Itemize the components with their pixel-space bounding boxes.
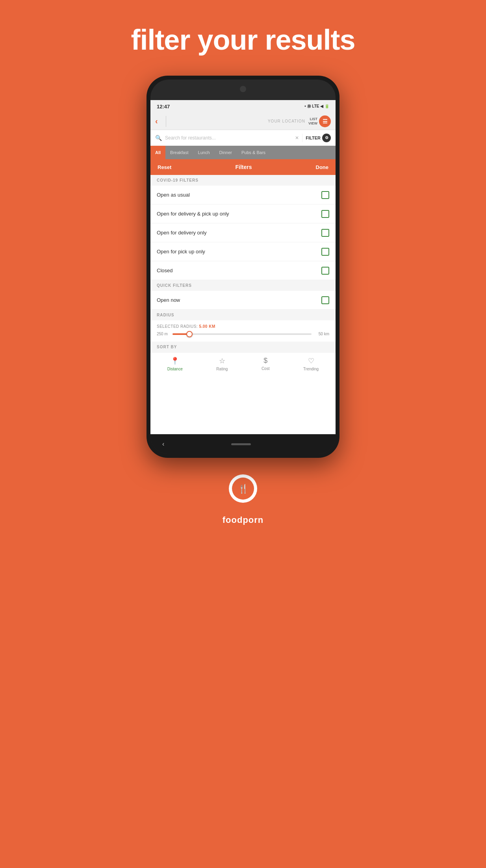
tab-pubs-bars[interactable]: Pubs & Bars xyxy=(237,146,270,159)
done-button[interactable]: Done xyxy=(316,164,329,170)
page-title: filter your results xyxy=(131,24,355,56)
filter-delivery-pickup[interactable]: Open for delivery & pick up only xyxy=(150,204,336,223)
filter-delivery-only-label: Open for delivery only xyxy=(157,230,206,236)
radius-max-label: 50 km xyxy=(315,332,329,336)
camera-notch xyxy=(240,86,246,92)
filter-closed-label: Closed xyxy=(157,268,173,273)
trending-icon: ♡ xyxy=(308,357,314,365)
nav-divider xyxy=(166,116,166,127)
covid-section-header: COVID-19 FILTERS xyxy=(150,175,336,186)
sort-rating[interactable]: ☆ Rating xyxy=(216,357,228,371)
status-bar: 12:47 • 奈 LTE ◀ 🔋 xyxy=(150,100,336,113)
search-bar: 🔍 Search for restaurants... ✕ FILTER ⚙ xyxy=(150,130,336,146)
sort-cost-label: Cost xyxy=(262,366,270,371)
status-indicators: • 奈 LTE ◀ 🔋 xyxy=(304,104,329,109)
tab-all[interactable]: All xyxy=(150,146,165,159)
clear-search-icon[interactable]: ✕ xyxy=(295,135,299,141)
filter-delivery-pickup-checkbox[interactable] xyxy=(321,210,329,218)
rating-icon: ☆ xyxy=(219,357,225,365)
quick-section-header: QUICK FILTERS xyxy=(150,280,336,291)
filter-open-usual[interactable]: Open as usual xyxy=(150,186,336,204)
logo-text: foodporn xyxy=(223,515,264,525)
filter-closed[interactable]: Closed xyxy=(150,261,336,280)
selected-radius-value: 5.00 km xyxy=(199,324,215,329)
sort-cost[interactable]: $ Cost xyxy=(262,357,270,371)
reset-button[interactable]: Reset xyxy=(158,164,171,170)
back-button[interactable]: ‹ xyxy=(155,117,158,126)
sort-section-header: SORT BY xyxy=(150,342,336,352)
tab-dinner[interactable]: Dinner xyxy=(215,146,237,159)
filter-pickup-only-checkbox[interactable] xyxy=(321,248,329,256)
filter-pickup-only[interactable]: Open for pick up only xyxy=(150,242,336,261)
status-time: 12:47 xyxy=(157,104,170,110)
foodporn-logo-pin: 🍴 xyxy=(227,474,259,511)
distance-icon: 📍 xyxy=(171,357,179,365)
filter-button[interactable]: FILTER ⚙ xyxy=(302,134,331,142)
filter-delivery-only[interactable]: Open for delivery only xyxy=(150,223,336,242)
filter-open-now[interactable]: Open now xyxy=(150,291,336,310)
filter-icon: ⚙ xyxy=(322,134,331,142)
radius-content: SELECTED RADIUS: 5.00 km 250 m 50 km xyxy=(150,320,336,342)
svg-text:🍴: 🍴 xyxy=(238,483,249,494)
radius-min-label: 250 m xyxy=(157,332,169,336)
radius-slider-thumb[interactable] xyxy=(186,331,193,337)
sort-distance-label: Distance xyxy=(167,367,183,371)
filter-pickup-only-label: Open for pick up only xyxy=(157,249,205,255)
search-input[interactable]: Search for restaurants... xyxy=(165,135,292,141)
list-view-label: LISTVIEW xyxy=(308,117,317,126)
filter-delivery-only-checkbox[interactable] xyxy=(321,229,329,237)
sort-distance[interactable]: 📍 Distance xyxy=(167,357,183,371)
radius-slider-track[interactable] xyxy=(173,333,312,335)
navigation-bar: ‹ YOUR LOCATION LISTVIEW ☰ xyxy=(150,113,336,130)
filter-open-now-label: Open now xyxy=(157,297,180,303)
filter-delivery-pickup-label: Open for delivery & pick up only xyxy=(157,211,229,217)
filter-header: Reset Filters Done xyxy=(150,159,336,175)
category-tabs: All Breakfast Lunch Dinner Pubs & Bars xyxy=(150,146,336,159)
your-location-label: YOUR LOCATION xyxy=(171,119,308,123)
filter-label: FILTER xyxy=(306,136,321,140)
sort-options: 📍 Distance ☆ Rating $ Cost xyxy=(150,352,336,374)
cost-icon: $ xyxy=(263,357,267,365)
phone-screen: 12:47 • 奈 LTE ◀ 🔋 ‹ YOUR LOCATION LISTVI… xyxy=(150,100,336,434)
filter-open-now-checkbox[interactable] xyxy=(321,296,329,304)
bottom-navigation: ‹ xyxy=(150,434,336,454)
sort-trending[interactable]: ♡ Trending xyxy=(303,357,319,371)
logo-section: 🍴 foodporn xyxy=(223,474,264,525)
sort-trending-label: Trending xyxy=(303,367,319,371)
filter-open-usual-label: Open as usual xyxy=(157,192,190,198)
filter-open-usual-checkbox[interactable] xyxy=(321,191,329,199)
list-view-button[interactable]: LISTVIEW ☰ xyxy=(308,115,331,127)
selected-radius-label: SELECTED RADIUS: 5.00 km xyxy=(157,324,329,329)
filter-content: COVID-19 FILTERS Open as usual Open for … xyxy=(150,175,336,434)
list-view-icon: ☰ xyxy=(319,115,331,127)
home-pill[interactable] xyxy=(231,443,251,445)
phone-mockup: 12:47 • 奈 LTE ◀ 🔋 ‹ YOUR LOCATION LISTVI… xyxy=(147,76,339,458)
filters-title: Filters xyxy=(235,164,252,170)
filter-closed-checkbox[interactable] xyxy=(321,267,329,275)
nav-back-arrow[interactable]: ‹ xyxy=(162,441,164,448)
sort-rating-label: Rating xyxy=(216,367,228,371)
tab-lunch[interactable]: Lunch xyxy=(193,146,215,159)
radius-section-header: RADIUS xyxy=(150,310,336,320)
search-icon: 🔍 xyxy=(155,135,162,141)
tab-breakfast[interactable]: Breakfast xyxy=(165,146,193,159)
radius-slider-row: 250 m 50 km xyxy=(157,332,329,336)
